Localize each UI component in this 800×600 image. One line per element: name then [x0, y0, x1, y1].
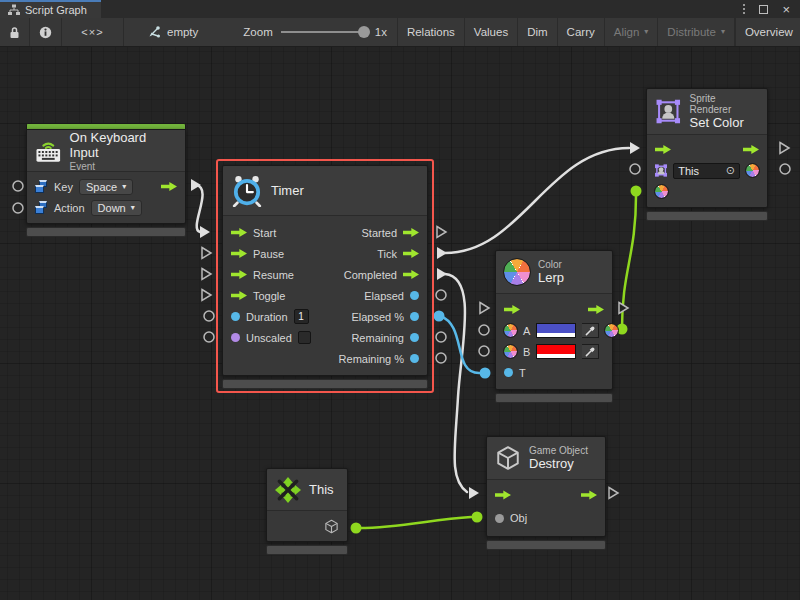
trigger-in-arrow-icon[interactable]	[231, 248, 247, 259]
color-field-b[interactable]	[536, 344, 576, 359]
maximize-icon[interactable]	[759, 5, 768, 14]
dim-button[interactable]: Dim	[518, 18, 557, 46]
port-setcolor-trigger-out[interactable]	[780, 143, 789, 154]
float-port-icon[interactable]	[410, 333, 419, 342]
target-object-field[interactable]: This ⊙	[673, 163, 740, 179]
carry-button[interactable]: Carry	[558, 18, 605, 46]
trigger-out-arrow-icon[interactable]	[403, 269, 419, 280]
port-timer-remainingpct-out[interactable]	[436, 353, 446, 363]
node-set-color[interactable]: Sprite Renderer Set Color	[646, 88, 768, 221]
float-port-icon[interactable]	[410, 312, 419, 321]
duration-value-field[interactable]: 1	[294, 309, 309, 324]
port-timer-unscaled-in[interactable]	[204, 332, 214, 342]
port-destroy-trigger-in[interactable]	[469, 487, 479, 499]
color-port-icon[interactable]	[655, 185, 668, 198]
port-label: Remaining %	[339, 353, 404, 365]
port-setcolor-target-in[interactable]	[630, 164, 640, 174]
graph-selector[interactable]: empty	[138, 18, 207, 46]
chevron-down-icon: ▾	[644, 28, 648, 36]
trigger-out-arrow-icon[interactable]	[581, 490, 597, 501]
port-lerp-a-in[interactable]	[479, 325, 489, 335]
window-menu-icon[interactable]	[743, 4, 745, 14]
eyedropper-icon[interactable]	[582, 344, 599, 359]
port-timer-started-out[interactable]	[437, 227, 446, 238]
port-timer-duration-in[interactable]	[204, 311, 214, 321]
node-destroy[interactable]: Game Object Destroy Obj	[486, 436, 606, 550]
port-timer-remaining-out[interactable]	[436, 332, 446, 342]
port-lerp-b-in[interactable]	[479, 346, 489, 356]
destroy-obj-row: Obj	[487, 506, 605, 530]
info-button[interactable]	[30, 18, 62, 46]
node-timer[interactable]: Timer Start Started Pause Tick	[222, 165, 428, 389]
float-port-icon[interactable]	[231, 312, 240, 321]
title-bar: Script Graph ×	[0, 0, 800, 18]
port-destroy-trigger-out[interactable]	[609, 488, 618, 499]
color-out-port-icon[interactable]	[605, 324, 618, 337]
a-label: A	[523, 325, 530, 337]
node-footer	[222, 379, 428, 389]
lock-button[interactable]	[0, 18, 30, 46]
relations-button[interactable]: Relations	[397, 18, 465, 46]
distribute-button[interactable]: Distribute▾	[658, 18, 735, 46]
unscaled-checkbox[interactable]	[298, 331, 311, 344]
port-this-out[interactable]	[351, 523, 362, 534]
trigger-in-arrow-icon[interactable]	[504, 304, 520, 315]
node-category: Sprite Renderer	[690, 93, 759, 115]
align-button[interactable]: Align▾	[605, 18, 659, 46]
zoom-slider-knob[interactable]	[358, 26, 370, 38]
node-this[interactable]: This	[266, 468, 348, 555]
port-keyboard-key-in[interactable]	[13, 181, 23, 191]
trigger-in-arrow-icon[interactable]	[231, 290, 247, 301]
tab-script-graph[interactable]: Script Graph	[0, 0, 101, 18]
key-dropdown[interactable]: Space▾	[79, 179, 133, 195]
port-timer-resume-in[interactable]	[202, 269, 211, 280]
port-keyboard-action-in[interactable]	[13, 203, 23, 213]
port-timer-completed-out[interactable]	[437, 268, 447, 280]
port-setcolor-target-out[interactable]	[780, 164, 790, 174]
trigger-out-arrow-icon[interactable]	[403, 227, 419, 238]
float-port-icon[interactable]	[410, 354, 419, 363]
color-out-port-icon[interactable]	[746, 164, 759, 177]
action-dropdown[interactable]: Down▾	[91, 200, 142, 216]
object-port-icon[interactable]	[495, 514, 504, 523]
graph-canvas[interactable]: On Keyboard Input Event Key Space▾ Act	[0, 47, 800, 600]
port-destroy-obj-in[interactable]	[472, 512, 483, 523]
port-lerp-trigger-in[interactable]	[480, 303, 489, 314]
trigger-in-arrow-icon[interactable]	[655, 144, 671, 155]
eyedropper-icon[interactable]	[582, 323, 599, 338]
color-port-icon[interactable]	[504, 324, 517, 337]
trigger-in-arrow-icon[interactable]	[231, 227, 247, 238]
color-port-icon[interactable]	[504, 345, 517, 358]
trigger-in-arrow-icon[interactable]	[495, 490, 511, 501]
port-lerp-t-in[interactable]	[480, 368, 491, 379]
values-button[interactable]: Values	[465, 18, 518, 46]
port-timer-elapsedpct-out[interactable]	[434, 311, 445, 322]
port-setcolor-trigger-in[interactable]	[630, 142, 640, 154]
close-icon[interactable]: ×	[782, 3, 790, 16]
trigger-in-arrow-icon[interactable]	[231, 269, 247, 280]
trigger-out-arrow-icon[interactable]	[161, 181, 177, 192]
zoom-slider[interactable]	[281, 31, 367, 33]
overview-button[interactable]: Overview	[735, 18, 800, 46]
bool-port-icon[interactable]	[231, 333, 240, 342]
node-color-lerp[interactable]: Color Lerp A	[495, 250, 613, 403]
port-timer-start-in[interactable]	[200, 226, 210, 238]
port-timer-toggle-in[interactable]	[202, 290, 211, 301]
port-label: Remaining	[351, 332, 404, 344]
port-keyboard-trigger-out[interactable]	[191, 179, 201, 191]
cube-port-icon[interactable]	[324, 519, 339, 534]
trigger-out-arrow-icon[interactable]	[588, 304, 604, 315]
trigger-out-arrow-icon[interactable]	[743, 144, 759, 155]
float-port-icon[interactable]	[410, 291, 419, 300]
port-timer-elapsed-out[interactable]	[436, 290, 446, 300]
port-timer-pause-in[interactable]	[202, 248, 211, 259]
port-setcolor-color-in[interactable]	[631, 186, 642, 197]
code-view-button[interactable]: <×>	[62, 18, 124, 46]
node-on-keyboard-input[interactable]: On Keyboard Input Event Key Space▾ Act	[26, 123, 186, 237]
port-timer-tick-out[interactable]	[437, 247, 447, 259]
float-port-icon[interactable]	[504, 368, 513, 377]
object-picker-icon[interactable]: ⊙	[726, 164, 735, 177]
trigger-out-arrow-icon[interactable]	[403, 248, 419, 259]
color-field-a[interactable]	[536, 323, 576, 338]
unity-visual-scripting-window: Script Graph × <×>	[0, 0, 800, 600]
